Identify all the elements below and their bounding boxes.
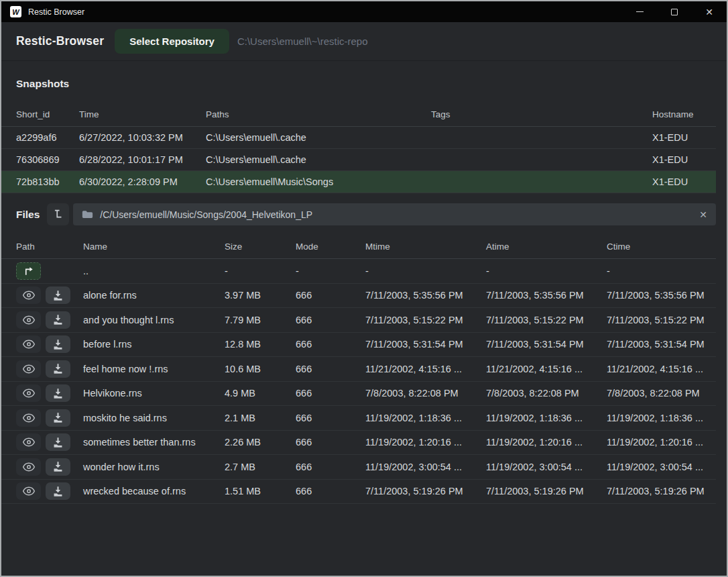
download-file-button[interactable]	[46, 482, 70, 500]
preview-file-button[interactable]	[16, 433, 41, 451]
snapshot-short-id: a2299af6	[16, 132, 79, 143]
file-row[interactable]: before l.rns12.8 MB6667/11/2003, 5:31:54…	[1, 333, 716, 358]
eye-icon	[22, 315, 36, 325]
file-size: 2.26 MB	[225, 437, 296, 448]
file-row[interactable]: wonder how it.rns2.7 MB66611/19/2002, 3:…	[1, 455, 716, 480]
tree-structure-icon	[53, 209, 63, 220]
files-heading: Files	[16, 209, 40, 221]
snapshot-short-id: 76306869	[16, 154, 79, 165]
restic-browser-window: W Restic Browser ✕ Restic-Browser Select…	[0, 0, 728, 577]
file-name: ..	[83, 266, 225, 276]
file-actions	[16, 360, 83, 378]
file-mtime: 11/19/2002, 1:18:36 ...	[365, 413, 486, 423]
preview-file-button[interactable]	[16, 335, 41, 353]
eye-icon	[22, 462, 36, 472]
download-file-button[interactable]	[46, 286, 70, 304]
file-atime: 7/11/2003, 5:31:54 PM	[486, 339, 607, 350]
preview-file-button[interactable]	[16, 458, 41, 476]
file-actions	[16, 384, 83, 402]
download-icon	[52, 486, 64, 497]
minimize-icon	[636, 11, 644, 12]
file-atime: 11/19/2002, 1:18:36 ...	[486, 413, 607, 423]
file-mode: -	[296, 266, 365, 276]
preview-file-button[interactable]	[16, 409, 41, 427]
snapshot-row[interactable]: a2299af66/27/2022, 10:03:32 PMC:\Users\e…	[1, 127, 716, 149]
file-row[interactable]: moskito he said.rns2.1 MB66611/19/2002, …	[1, 406, 716, 431]
download-icon	[52, 388, 64, 399]
file-name: moskito he said.rns	[83, 413, 225, 423]
file-size: 2.1 MB	[225, 413, 296, 423]
snapshot-row[interactable]: 72b813bb6/30/2022, 2:28:09 PMC:\Users\em…	[1, 171, 716, 193]
download-icon	[52, 314, 64, 325]
parent-directory-arrow-icon	[23, 266, 34, 276]
file-name: alone for.rns	[83, 290, 225, 301]
file-name: wrecked because of.rns	[83, 486, 225, 496]
preview-file-button[interactable]	[16, 482, 41, 500]
file-atime: 7/11/2003, 5:15:22 PM	[486, 315, 607, 325]
file-mtime: 11/21/2002, 4:15:16 ...	[365, 364, 486, 374]
clear-path-button[interactable]: ✕	[699, 210, 707, 219]
column-ctime: Ctime	[607, 242, 716, 252]
eye-icon	[22, 364, 36, 374]
snapshot-short-id: 72b813bb	[16, 176, 79, 187]
file-ctime: 7/8/2003, 8:22:08 PM	[607, 388, 716, 399]
file-ctime: 11/21/2002, 4:15:16 ...	[607, 364, 716, 374]
preview-file-button[interactable]	[16, 384, 41, 402]
preview-file-button[interactable]	[16, 360, 41, 378]
column-mode: Mode	[296, 242, 365, 252]
snapshots-table-header: Short_id Time Paths Tags Hostname	[1, 103, 716, 127]
preview-file-button[interactable]	[16, 286, 41, 304]
download-icon	[52, 363, 64, 374]
file-row[interactable]: and you thought l.rns7.79 MB6667/11/2003…	[1, 308, 716, 333]
close-button[interactable]: ✕	[692, 1, 727, 22]
files-table: Path Name Size Mode Mtime Atime Ctime ..…	[1, 235, 727, 504]
file-size: 1.51 MB	[225, 486, 296, 496]
file-mode: 666	[296, 339, 365, 350]
snapshot-time: 6/27/2022, 10:03:32 PM	[79, 132, 206, 143]
download-file-button[interactable]	[46, 335, 70, 353]
download-file-button[interactable]	[46, 458, 70, 476]
file-name: Helvikone.rns	[83, 388, 225, 399]
eye-icon	[22, 437, 36, 448]
file-mtime: 7/11/2003, 5:31:54 PM	[365, 339, 486, 350]
download-file-button[interactable]	[46, 311, 70, 329]
file-size: 2.7 MB	[225, 462, 296, 472]
tree-view-toggle-button[interactable]	[47, 203, 69, 225]
file-mode: 666	[296, 437, 365, 448]
file-row[interactable]: feel home now !.rns10.6 MB66611/21/2002,…	[1, 357, 716, 382]
file-atime: 7/11/2003, 5:35:56 PM	[486, 290, 607, 301]
snapshots-heading: Snapshots	[1, 61, 727, 103]
preview-file-button[interactable]	[16, 311, 41, 329]
file-size: 10.6 MB	[225, 364, 296, 374]
minimize-button[interactable]	[622, 1, 657, 22]
file-mtime: -	[365, 266, 486, 276]
download-icon	[52, 461, 64, 472]
download-file-button[interactable]	[46, 384, 70, 402]
select-repository-button[interactable]: Select Repository	[115, 29, 229, 54]
file-mtime: 7/11/2003, 5:15:22 PM	[365, 315, 486, 325]
maximize-button[interactable]	[657, 1, 692, 22]
file-actions	[16, 458, 83, 476]
snapshot-row[interactable]: 763068696/28/2022, 10:01:17 PMC:\Users\e…	[1, 149, 716, 171]
file-row[interactable]: wrecked because of.rns1.51 MB6667/11/200…	[1, 480, 716, 505]
parent-directory-row[interactable]: ..-----	[1, 259, 716, 284]
download-file-button[interactable]	[46, 409, 70, 427]
download-file-button[interactable]	[46, 433, 70, 451]
files-path-bar[interactable]: /C/Users/emuell/Music/Songs/2004_Helveti…	[73, 203, 716, 225]
snapshot-time: 6/30/2022, 2:28:09 PM	[79, 176, 206, 187]
window-title: Restic Browser	[28, 7, 84, 17]
snapshots-table-body: a2299af66/27/2022, 10:03:32 PMC:\Users\e…	[1, 127, 727, 193]
download-file-button[interactable]	[46, 360, 70, 378]
file-actions	[16, 433, 83, 451]
window-controls: ✕	[622, 1, 727, 22]
parent-directory-button[interactable]	[16, 262, 41, 280]
file-actions	[16, 482, 83, 500]
file-row[interactable]: sometimes better than.rns2.26 MB66611/19…	[1, 431, 716, 456]
file-mode: 666	[296, 413, 365, 423]
file-row[interactable]: alone for.rns3.97 MB6667/11/2003, 5:35:5…	[1, 284, 716, 309]
download-icon	[52, 339, 64, 350]
file-ctime: 7/11/2003, 5:31:54 PM	[607, 339, 716, 350]
maximize-icon	[671, 9, 678, 15]
eye-icon	[22, 413, 36, 423]
file-row[interactable]: Helvikone.rns4.9 MB6667/8/2003, 8:22:08 …	[1, 382, 716, 407]
